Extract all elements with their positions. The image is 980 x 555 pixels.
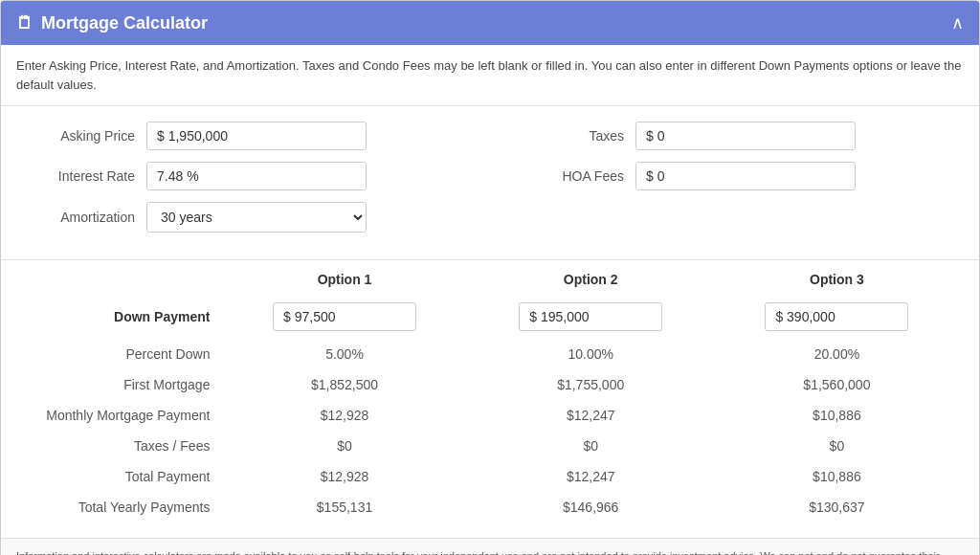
description-text: Enter Asking Price, Interest Rate, and A…: [1, 45, 979, 106]
total-yearly-option3: $130,637: [714, 492, 960, 522]
table-row: Taxes / Fees $0 $0 $0: [20, 431, 960, 461]
down-payment-option3-input[interactable]: [765, 302, 908, 331]
percent-down-option3: 20.00%: [714, 339, 960, 369]
first-mortgage-label: First Mortgage: [20, 369, 221, 400]
total-yearly-option1: $155,131: [221, 492, 467, 522]
table-row: Down Payment: [20, 295, 960, 339]
empty-header: [20, 260, 221, 295]
amortization-row: Amortization 5 years 10 years 15 years 2…: [20, 202, 471, 233]
monthly-payment-option2: $12,247: [468, 400, 714, 431]
monthly-payment-option1: $12,928: [221, 400, 467, 431]
option2-header: Option 2: [468, 260, 714, 295]
monthly-payment-option3: $10,886: [714, 400, 960, 431]
footer-note: Information and interactive calculators …: [1, 538, 979, 555]
taxes-fees-option1: $0: [221, 431, 467, 461]
table-row: Percent Down 5.00% 10.00% 20.00%: [20, 339, 960, 369]
calculator-container: 🗒 Mortgage Calculator ∧ Enter Asking Pri…: [0, 0, 980, 555]
asking-price-label: Asking Price: [20, 128, 135, 144]
inputs-section: Asking Price Interest Rate Amortization …: [1, 106, 979, 259]
hoa-fees-label: HOA Fees: [509, 168, 624, 184]
first-mortgage-option2: $1,755,000: [468, 369, 714, 400]
down-payment-option2-cell: [468, 295, 714, 339]
taxes-row: Taxes: [509, 122, 960, 150]
hoa-fees-row: HOA Fees: [509, 162, 960, 190]
taxes-fees-option2: $0: [468, 431, 714, 461]
down-payment-label: Down Payment: [20, 295, 221, 339]
first-mortgage-option1: $1,852,500: [221, 369, 467, 400]
down-payment-option2-input[interactable]: [519, 302, 662, 331]
calculator-icon: 🗒: [16, 13, 33, 33]
table-row: Monthly Mortgage Payment $12,928 $12,247…: [20, 400, 960, 431]
interest-rate-row: Interest Rate: [20, 162, 471, 190]
collapse-button[interactable]: ∧: [951, 12, 964, 33]
total-yearly-option2: $146,966: [468, 492, 714, 522]
results-section: Option 1 Option 2 Option 3 Down Payment: [1, 260, 979, 538]
asking-price-row: Asking Price: [20, 122, 471, 150]
header-title: 🗒 Mortgage Calculator: [16, 13, 208, 33]
total-payment-label: Total Payment: [20, 461, 221, 492]
interest-rate-label: Interest Rate: [20, 168, 135, 184]
interest-rate-input[interactable]: [146, 162, 367, 190]
header: 🗒 Mortgage Calculator ∧: [1, 1, 979, 45]
results-table: Option 1 Option 2 Option 3 Down Payment: [20, 260, 960, 522]
percent-down-label: Percent Down: [20, 339, 221, 369]
inputs-left: Asking Price Interest Rate Amortization …: [20, 122, 471, 244]
asking-price-input[interactable]: [146, 122, 367, 150]
percent-down-option2: 10.00%: [468, 339, 714, 369]
taxes-label: Taxes: [509, 128, 624, 144]
amortization-select[interactable]: 5 years 10 years 15 years 20 years 25 ye…: [146, 202, 367, 233]
table-row: First Mortgage $1,852,500 $1,755,000 $1,…: [20, 369, 960, 400]
taxes-fees-option3: $0: [714, 431, 960, 461]
percent-down-option1: 5.00%: [221, 339, 467, 369]
table-row: Total Yearly Payments $155,131 $146,966 …: [20, 492, 960, 522]
amortization-label: Amortization: [20, 210, 135, 225]
total-yearly-label: Total Yearly Payments: [20, 492, 221, 522]
down-payment-option3-cell: [714, 295, 960, 339]
option1-header: Option 1: [221, 260, 467, 295]
total-payment-option3: $10,886: [714, 461, 960, 492]
inputs-right: Taxes HOA Fees: [509, 122, 960, 244]
title-text: Mortgage Calculator: [41, 13, 208, 33]
down-payment-option1-cell: [221, 295, 467, 339]
taxes-input[interactable]: [635, 122, 856, 150]
option3-header: Option 3: [714, 260, 960, 295]
total-payment-option2: $12,247: [468, 461, 714, 492]
first-mortgage-option3: $1,560,000: [714, 369, 960, 400]
monthly-payment-label: Monthly Mortgage Payment: [20, 400, 221, 431]
hoa-fees-input[interactable]: [635, 162, 856, 190]
taxes-fees-label: Taxes / Fees: [20, 431, 221, 461]
total-payment-option1: $12,928: [221, 461, 467, 492]
table-row: Total Payment $12,928 $12,247 $10,886: [20, 461, 960, 492]
down-payment-option1-input[interactable]: [273, 302, 416, 331]
